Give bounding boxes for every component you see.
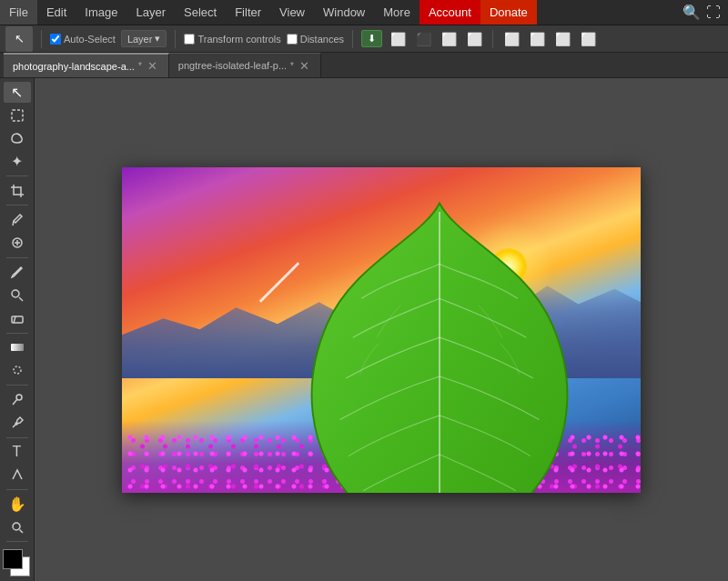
search-icon[interactable]: 🔍 [682,4,701,21]
path-select-tool[interactable] [4,465,31,486]
separator-2 [175,30,176,48]
tab-landscape-close[interactable]: ✕ [146,59,159,73]
eyedropper-tool[interactable] [4,209,31,230]
distribute-h-btn[interactable]: ⬜ [501,29,521,49]
zoom-tool[interactable] [4,516,31,537]
transform-controls-label: Transform controls [197,34,280,45]
tab-landscape-label: photography-landscape-a... [13,61,135,72]
tab-landscape[interactable]: photography-landscape-a... * ✕ [4,53,169,77]
separator-1 [41,30,42,48]
menu-edit[interactable]: Edit [37,0,76,25]
move-tool[interactable]: ↖ [4,82,31,103]
tool-separator-1 [6,175,28,176]
menu-donate[interactable]: Donate [480,0,537,25]
leaf-overlay [294,195,585,493]
svg-point-13 [13,523,20,530]
layer-dropdown[interactable]: Layer ▾ [121,30,167,47]
menu-image[interactable]: Image [76,0,126,25]
dodge-tool[interactable] [4,389,31,410]
magic-wand-tool[interactable]: ✦ [4,151,31,172]
download-button[interactable]: ⬇ [361,30,382,47]
fullscreen-icon[interactable]: ⛶ [706,5,721,21]
distribute-space-btn[interactable]: ⬜ [578,29,598,49]
chevron-down-icon: ▾ [155,33,160,45]
menu-account[interactable]: Account [420,0,480,25]
hand-tool[interactable]: ✋ [4,494,31,515]
distances-label: Distances [300,34,344,45]
options-bar: ↖ Auto-Select Layer ▾ Transform controls… [0,25,728,53]
distribute-center-btn[interactable]: ⬜ [552,29,572,49]
separator-3 [352,30,353,48]
menu-select[interactable]: Select [175,0,226,25]
auto-select-checkbox[interactable]: Auto-Select [50,34,116,45]
blur-tool[interactable] [4,360,31,381]
tab-leaf[interactable]: pngtree-isolated-leaf-p... * ✕ [169,53,321,77]
clone-tool[interactable] [4,285,31,306]
tool-separator-4 [6,333,28,334]
tool-separator-8 [6,541,28,542]
canvas-area [35,78,728,581]
pen-tool[interactable] [4,412,31,433]
foreground-swatch[interactable] [3,549,23,569]
lasso-tool[interactable] [4,128,31,149]
align-center-h-btn[interactable]: ⬛ [413,29,433,49]
healing-tool[interactable] [4,233,31,254]
move-tool-btn[interactable]: ↖ [5,26,33,52]
svg-line-14 [19,529,23,533]
landscape-canvas [122,167,641,493]
menu-file[interactable]: File [0,0,37,25]
canvas-image [122,167,641,493]
text-tool[interactable]: T [4,441,31,462]
svg-rect-0 [12,110,23,121]
svg-line-7 [14,316,15,323]
tab-leaf-close[interactable]: ✕ [298,59,311,73]
tools-panel: ↖ ✦ [0,78,35,581]
eraser-tool[interactable] [4,307,31,328]
menu-view[interactable]: View [270,0,314,25]
menu-bar: File Edit Image Layer Select Filter View… [0,0,728,25]
main-area: ↖ ✦ [0,78,728,581]
crop-tool[interactable] [4,180,31,201]
brush-tool[interactable] [4,262,31,283]
auto-select-label: Auto-Select [64,34,116,45]
menu-more[interactable]: More [374,0,420,25]
tab-leaf-label: pngtree-isolated-leaf-p... [178,60,287,71]
align-right-btn[interactable]: ⬜ [439,29,459,49]
menu-layer[interactable]: Layer [127,0,176,25]
svg-line-11 [13,399,17,405]
svg-point-5 [12,290,19,297]
align-top-btn[interactable]: ⬜ [464,29,484,49]
color-swatches[interactable] [3,549,32,574]
marquee-tool[interactable] [4,105,31,125]
svg-point-12 [15,423,17,425]
tab-leaf-modified: * [290,61,294,71]
separator-4 [492,30,493,48]
tool-separator-7 [6,489,28,490]
tabs-bar: photography-landscape-a... * ✕ pngtree-i… [0,53,728,78]
menu-filter[interactable]: Filter [226,0,270,25]
tool-separator-5 [6,385,28,386]
tab-landscape-modified: * [138,61,142,71]
distances-checkbox[interactable]: Distances [287,34,344,45]
svg-point-9 [14,366,21,374]
tool-separator-3 [6,257,28,258]
distribute-v-btn[interactable]: ⬜ [527,29,547,49]
menu-window[interactable]: Window [314,0,374,25]
tool-separator-6 [6,437,28,438]
transform-controls-checkbox[interactable]: Transform controls [184,34,280,45]
tool-separator-2 [6,205,28,205]
gradient-tool[interactable] [4,336,31,357]
svg-line-1 [13,221,14,225]
align-left-btn[interactable]: ⬜ [388,29,408,49]
svg-rect-8 [11,344,24,351]
